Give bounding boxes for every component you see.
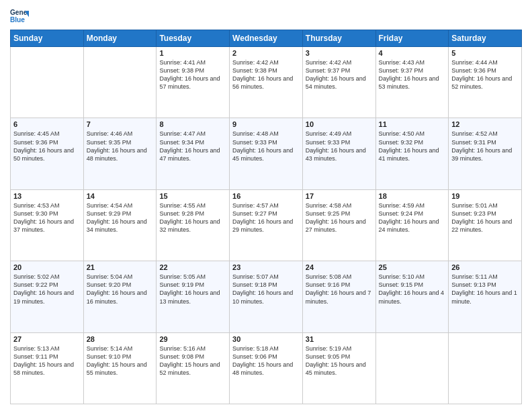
day-info: Sunrise: 5:18 AM Sunset: 9:06 PM Dayligh…: [232, 345, 300, 377]
day-number: 23: [232, 263, 300, 271]
day-number: 17: [306, 192, 373, 200]
calendar-cell: 26Sunrise: 5:11 AM Sunset: 9:13 PM Dayli…: [449, 261, 522, 332]
calendar-cell: 18Sunrise: 4:59 AM Sunset: 9:24 PM Dayli…: [375, 189, 449, 261]
calendar-cell: 14Sunrise: 4:54 AM Sunset: 9:29 PM Dayli…: [83, 189, 157, 261]
day-number: 11: [379, 120, 446, 128]
calendar-cell: 22Sunrise: 5:05 AM Sunset: 9:19 PM Dayli…: [157, 261, 230, 332]
day-number: 4: [379, 49, 446, 57]
calendar-cell: 16Sunrise: 4:57 AM Sunset: 9:27 PM Dayli…: [230, 189, 303, 261]
day-number: 24: [306, 263, 373, 271]
calendar-cell: [375, 332, 449, 404]
calendar-cell: 31Sunrise: 5:19 AM Sunset: 9:05 PM Dayli…: [302, 332, 375, 404]
weekday-header-wednesday: Wednesday: [230, 30, 303, 47]
week-row-4: 20Sunrise: 5:02 AM Sunset: 9:22 PM Dayli…: [11, 261, 522, 332]
calendar-cell: 25Sunrise: 5:10 AM Sunset: 9:15 PM Dayli…: [375, 261, 449, 332]
calendar-cell: 8Sunrise: 4:47 AM Sunset: 9:34 PM Daylig…: [157, 118, 230, 189]
calendar-cell: 19Sunrise: 5:01 AM Sunset: 9:23 PM Dayli…: [449, 189, 522, 261]
day-info: Sunrise: 4:47 AM Sunset: 9:34 PM Dayligh…: [159, 130, 226, 163]
weekday-header-row: SundayMondayTuesdayWednesdayThursdayFrid…: [11, 30, 522, 47]
day-info: Sunrise: 4:59 AM Sunset: 9:24 PM Dayligh…: [379, 201, 446, 234]
calendar-cell: 5Sunrise: 4:44 AM Sunset: 9:36 PM Daylig…: [449, 47, 522, 118]
day-number: 5: [451, 49, 519, 57]
calendar-cell: 3Sunrise: 4:42 AM Sunset: 9:37 PM Daylig…: [302, 47, 375, 118]
day-info: Sunrise: 4:50 AM Sunset: 9:32 PM Dayligh…: [379, 130, 446, 163]
day-number: 28: [87, 335, 154, 343]
day-number: 29: [159, 335, 226, 343]
calendar-cell: [449, 332, 522, 404]
calendar-cell: 24Sunrise: 5:08 AM Sunset: 9:16 PM Dayli…: [302, 261, 375, 332]
day-info: Sunrise: 5:19 AM Sunset: 9:05 PM Dayligh…: [306, 345, 373, 377]
calendar-cell: 20Sunrise: 5:02 AM Sunset: 9:22 PM Dayli…: [11, 261, 84, 332]
day-number: 16: [232, 192, 300, 200]
day-number: 22: [159, 263, 226, 271]
day-info: Sunrise: 4:55 AM Sunset: 9:28 PM Dayligh…: [159, 201, 226, 234]
logo: General Blue: [10, 7, 29, 26]
day-number: 14: [87, 192, 154, 200]
week-row-5: 27Sunrise: 5:13 AM Sunset: 9:11 PM Dayli…: [11, 332, 522, 404]
day-info: Sunrise: 4:53 AM Sunset: 9:30 PM Dayligh…: [13, 201, 81, 234]
day-info: Sunrise: 4:58 AM Sunset: 9:25 PM Dayligh…: [306, 201, 373, 234]
header: General Blue: [10, 7, 522, 26]
week-row-2: 6Sunrise: 4:45 AM Sunset: 9:36 PM Daylig…: [11, 118, 522, 189]
day-number: 1: [159, 49, 226, 57]
day-info: Sunrise: 5:11 AM Sunset: 9:13 PM Dayligh…: [451, 273, 519, 306]
calendar-cell: 23Sunrise: 5:07 AM Sunset: 9:18 PM Dayli…: [230, 261, 303, 332]
calendar-cell: 9Sunrise: 4:48 AM Sunset: 9:33 PM Daylig…: [230, 118, 303, 189]
calendar-cell: 30Sunrise: 5:18 AM Sunset: 9:06 PM Dayli…: [230, 332, 303, 404]
day-info: Sunrise: 5:02 AM Sunset: 9:22 PM Dayligh…: [13, 273, 81, 306]
day-number: 13: [13, 192, 81, 200]
weekday-header-friday: Friday: [375, 30, 449, 47]
calendar-cell: 13Sunrise: 4:53 AM Sunset: 9:30 PM Dayli…: [11, 189, 84, 261]
logo-icon: General Blue: [10, 7, 29, 26]
day-number: 2: [232, 49, 300, 57]
day-info: Sunrise: 5:10 AM Sunset: 9:15 PM Dayligh…: [379, 273, 446, 306]
calendar-cell: 2Sunrise: 4:42 AM Sunset: 9:38 PM Daylig…: [230, 47, 303, 118]
day-info: Sunrise: 5:16 AM Sunset: 9:08 PM Dayligh…: [159, 345, 226, 377]
day-number: 25: [379, 263, 446, 271]
day-info: Sunrise: 4:46 AM Sunset: 9:35 PM Dayligh…: [87, 130, 154, 163]
day-info: Sunrise: 4:48 AM Sunset: 9:33 PM Dayligh…: [232, 130, 300, 163]
calendar-cell: 29Sunrise: 5:16 AM Sunset: 9:08 PM Dayli…: [157, 332, 230, 404]
day-info: Sunrise: 4:45 AM Sunset: 9:36 PM Dayligh…: [13, 130, 81, 163]
day-info: Sunrise: 4:44 AM Sunset: 9:36 PM Dayligh…: [451, 58, 519, 91]
day-number: 26: [451, 263, 519, 271]
day-number: 12: [451, 120, 519, 128]
weekday-header-tuesday: Tuesday: [157, 30, 230, 47]
calendar-cell: 6Sunrise: 4:45 AM Sunset: 9:36 PM Daylig…: [11, 118, 84, 189]
weekday-header-monday: Monday: [83, 30, 157, 47]
day-info: Sunrise: 5:01 AM Sunset: 9:23 PM Dayligh…: [451, 201, 519, 234]
weekday-header-thursday: Thursday: [302, 30, 375, 47]
calendar-cell: 12Sunrise: 4:52 AM Sunset: 9:31 PM Dayli…: [449, 118, 522, 189]
weekday-header-sunday: Sunday: [11, 30, 84, 47]
calendar-table: SundayMondayTuesdayWednesdayThursdayFrid…: [10, 30, 522, 404]
day-number: 31: [306, 335, 373, 343]
day-number: 15: [159, 192, 226, 200]
calendar-cell: 4Sunrise: 4:43 AM Sunset: 9:37 PM Daylig…: [375, 47, 449, 118]
day-info: Sunrise: 4:49 AM Sunset: 9:33 PM Dayligh…: [306, 130, 373, 163]
calendar-cell: 10Sunrise: 4:49 AM Sunset: 9:33 PM Dayli…: [302, 118, 375, 189]
page: General Blue SundayMondayTuesdayWednesda…: [0, 0, 532, 411]
week-row-1: 1Sunrise: 4:41 AM Sunset: 9:38 PM Daylig…: [11, 47, 522, 118]
day-info: Sunrise: 4:54 AM Sunset: 9:29 PM Dayligh…: [87, 201, 154, 234]
day-number: 30: [232, 335, 300, 343]
week-row-3: 13Sunrise: 4:53 AM Sunset: 9:30 PM Dayli…: [11, 189, 522, 261]
day-info: Sunrise: 5:04 AM Sunset: 9:20 PM Dayligh…: [87, 273, 154, 306]
day-info: Sunrise: 4:52 AM Sunset: 9:31 PM Dayligh…: [451, 130, 519, 163]
day-number: 21: [87, 263, 154, 271]
day-number: 7: [87, 120, 154, 128]
day-number: 6: [13, 120, 81, 128]
day-number: 8: [159, 120, 226, 128]
day-number: 27: [13, 335, 81, 343]
calendar-cell: 17Sunrise: 4:58 AM Sunset: 9:25 PM Dayli…: [302, 189, 375, 261]
calendar-cell: 27Sunrise: 5:13 AM Sunset: 9:11 PM Dayli…: [11, 332, 84, 404]
calendar-cell: [11, 47, 84, 118]
calendar-cell: 7Sunrise: 4:46 AM Sunset: 9:35 PM Daylig…: [83, 118, 157, 189]
day-info: Sunrise: 5:08 AM Sunset: 9:16 PM Dayligh…: [306, 273, 373, 306]
calendar-cell: 21Sunrise: 5:04 AM Sunset: 9:20 PM Dayli…: [83, 261, 157, 332]
weekday-header-saturday: Saturday: [449, 30, 522, 47]
calendar-cell: 1Sunrise: 4:41 AM Sunset: 9:38 PM Daylig…: [157, 47, 230, 118]
day-info: Sunrise: 5:14 AM Sunset: 9:10 PM Dayligh…: [87, 345, 154, 377]
svg-text:Blue: Blue: [10, 16, 25, 24]
day-number: 19: [451, 192, 519, 200]
day-number: 9: [232, 120, 300, 128]
